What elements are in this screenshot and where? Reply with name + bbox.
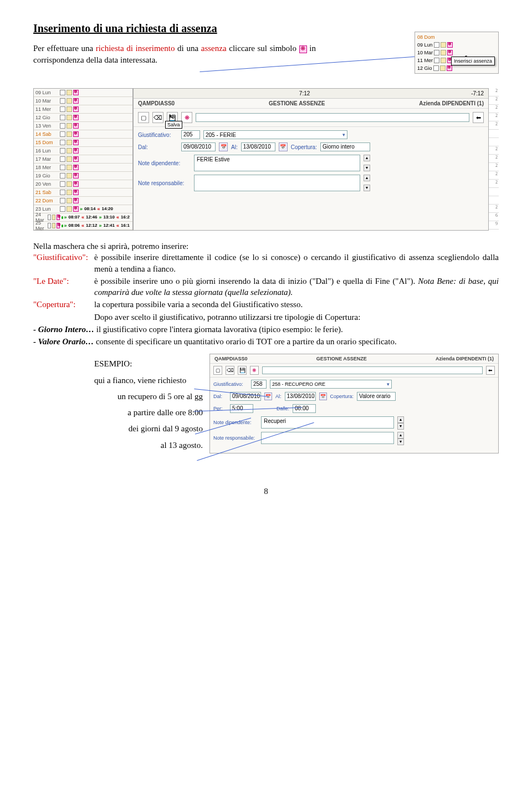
lines-icon[interactable] bbox=[66, 148, 72, 154]
pink-icon[interactable] bbox=[73, 90, 79, 95]
doc-icon[interactable] bbox=[60, 198, 65, 203]
doc-icon[interactable] bbox=[60, 140, 65, 145]
lines-icon[interactable] bbox=[66, 98, 72, 104]
lines-icon[interactable] bbox=[66, 123, 72, 129]
textarea-note-responsabile[interactable] bbox=[261, 432, 394, 444]
input-al[interactable]: 13/08/2010 bbox=[241, 142, 275, 151]
pink-icon[interactable] bbox=[73, 115, 79, 120]
color-button[interactable]: ❋ bbox=[250, 366, 259, 375]
scroll-up-button[interactable]: ▲ bbox=[397, 432, 404, 439]
doc-icon[interactable] bbox=[433, 65, 439, 71]
doc-icon[interactable] bbox=[60, 181, 65, 187]
pink-icon[interactable] bbox=[73, 206, 79, 212]
doc-icon[interactable] bbox=[60, 156, 65, 162]
input-copertura[interactable]: Giorno intero bbox=[320, 142, 370, 151]
select-giustificativo[interactable]: 258 - RECUPERO ORE▾ bbox=[270, 380, 392, 389]
pink-icon[interactable] bbox=[73, 156, 79, 162]
select-giustificativo[interactable]: 205 - FERIE▾ bbox=[203, 130, 347, 139]
doc-icon[interactable] bbox=[60, 106, 65, 112]
new-button[interactable]: ▢ bbox=[213, 366, 222, 375]
input-dalle[interactable]: 08:00 bbox=[293, 404, 316, 413]
textarea-note-dipendente[interactable]: Recuperi bbox=[261, 416, 394, 429]
doc-icon[interactable] bbox=[60, 165, 65, 170]
doc-icon[interactable] bbox=[60, 90, 65, 95]
pink-icon[interactable] bbox=[73, 148, 79, 154]
scroll-down-button[interactable]: ▼ bbox=[364, 165, 370, 171]
lines-icon[interactable] bbox=[52, 215, 55, 220]
textarea-note-responsabile[interactable] bbox=[194, 175, 360, 191]
scroll-up-button[interactable]: ▲ bbox=[364, 155, 370, 161]
pink-icon[interactable] bbox=[73, 190, 79, 195]
lines-icon[interactable] bbox=[66, 181, 72, 187]
pink-icon[interactable] bbox=[73, 140, 79, 145]
back-button[interactable]: ⬅ bbox=[473, 112, 484, 123]
absence-insert-icon[interactable] bbox=[447, 50, 453, 55]
absence-insert-icon[interactable] bbox=[447, 65, 452, 71]
doc-icon[interactable] bbox=[60, 123, 65, 129]
pink-icon[interactable] bbox=[73, 106, 79, 112]
pink-icon[interactable] bbox=[73, 181, 79, 187]
lines-icon[interactable] bbox=[440, 65, 446, 71]
pink-icon[interactable] bbox=[57, 223, 60, 228]
scroll-up-button[interactable]: ▲ bbox=[397, 416, 404, 423]
lines-icon[interactable] bbox=[66, 156, 72, 162]
lines-icon[interactable] bbox=[66, 173, 72, 179]
input-copertura[interactable]: Valore orario bbox=[357, 392, 396, 401]
day-label: 18 Mer bbox=[35, 165, 59, 170]
doc-icon[interactable] bbox=[60, 148, 65, 154]
lines-icon[interactable] bbox=[66, 115, 72, 120]
lines-icon[interactable] bbox=[66, 206, 72, 212]
toolbar-spacer-input[interactable] bbox=[196, 113, 469, 122]
calendar-icon[interactable]: 📅 bbox=[219, 142, 228, 151]
doc-icon[interactable] bbox=[48, 215, 51, 220]
delete-button[interactable]: ⌫ bbox=[226, 366, 234, 375]
pink-icon[interactable] bbox=[73, 173, 79, 179]
new-button[interactable]: ▢ bbox=[138, 112, 149, 123]
lines-icon[interactable] bbox=[66, 90, 72, 95]
lines-icon[interactable] bbox=[66, 131, 72, 137]
scroll-down-button[interactable]: ▼ bbox=[397, 439, 404, 445]
calendar-icon[interactable]: 📅 bbox=[319, 392, 327, 400]
input-giust-code[interactable]: 205 bbox=[181, 130, 200, 139]
lines-icon[interactable] bbox=[66, 190, 72, 195]
doc-icon[interactable] bbox=[60, 131, 65, 137]
doc-icon[interactable] bbox=[434, 50, 439, 55]
lines-icon[interactable] bbox=[52, 223, 55, 228]
toolbar-spacer-input[interactable] bbox=[262, 366, 483, 374]
lines-icon[interactable] bbox=[66, 140, 72, 145]
pink-icon[interactable] bbox=[73, 131, 79, 137]
input-dal[interactable]: 09/08/2010 bbox=[181, 142, 216, 151]
pink-icon[interactable] bbox=[73, 123, 79, 129]
pink-icon[interactable] bbox=[73, 98, 79, 104]
pink-icon[interactable] bbox=[73, 165, 79, 170]
textarea-note-dipendente[interactable]: FERIE Estive bbox=[194, 155, 360, 171]
save-button[interactable]: 💾 bbox=[238, 366, 247, 375]
color-button[interactable]: ❋ bbox=[181, 112, 192, 123]
pink-icon[interactable] bbox=[57, 215, 60, 220]
doc-icon[interactable] bbox=[60, 190, 65, 195]
doc-icon[interactable] bbox=[434, 58, 439, 63]
input-giust-code[interactable]: 258 bbox=[251, 380, 267, 389]
scroll-up-button[interactable]: ▲ bbox=[364, 175, 370, 181]
scroll-down-button[interactable]: ▼ bbox=[364, 185, 370, 191]
back-button[interactable]: ⬅ bbox=[486, 366, 495, 375]
absence-insert-icon[interactable] bbox=[447, 42, 453, 48]
lines-icon[interactable] bbox=[66, 106, 72, 112]
doc-icon[interactable] bbox=[60, 98, 65, 104]
doc-icon[interactable] bbox=[60, 115, 65, 120]
pink-icon[interactable] bbox=[73, 198, 79, 203]
lines-icon[interactable] bbox=[441, 42, 446, 48]
lines-icon[interactable] bbox=[441, 58, 446, 63]
doc-icon[interactable] bbox=[434, 42, 439, 48]
doc-icon[interactable] bbox=[60, 173, 65, 179]
calendar-icon[interactable]: 📅 bbox=[279, 142, 288, 151]
doc-icon[interactable] bbox=[60, 206, 65, 212]
lines-icon[interactable] bbox=[441, 50, 446, 55]
scroll-down-button[interactable]: ▼ bbox=[397, 423, 404, 430]
lines-icon[interactable] bbox=[66, 198, 72, 203]
delete-button[interactable]: ⌫ bbox=[152, 112, 163, 123]
input-al[interactable]: 13/08/2010 bbox=[285, 392, 316, 401]
doc-icon[interactable] bbox=[48, 223, 51, 228]
lines-icon[interactable] bbox=[66, 165, 72, 170]
label-giustificativo: Giustificativo: bbox=[213, 381, 248, 387]
